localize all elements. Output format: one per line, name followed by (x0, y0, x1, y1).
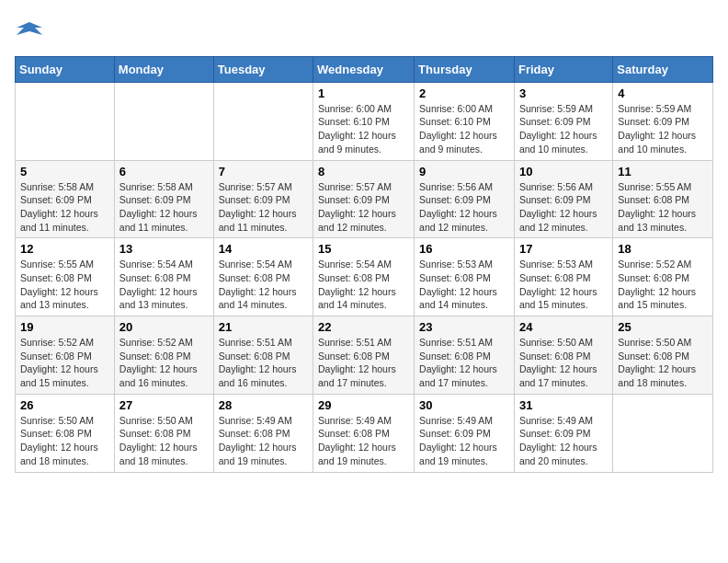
day-number: 15 (318, 242, 409, 256)
day-info: Sunrise: 5:51 AM Sunset: 6:08 PM Dayligh… (219, 336, 308, 390)
day-number: 28 (219, 398, 308, 412)
weekday-header: Monday (114, 56, 213, 82)
calendar-cell: 30Sunrise: 5:49 AM Sunset: 6:09 PM Dayli… (415, 394, 515, 472)
day-number: 11 (618, 165, 708, 178)
day-number: 22 (318, 320, 409, 334)
day-info: Sunrise: 5:58 AM Sunset: 6:09 PM Dayligh… (119, 180, 209, 235)
calendar-cell: 28Sunrise: 5:49 AM Sunset: 6:08 PM Dayli… (213, 394, 313, 472)
calendar-cell: 16Sunrise: 5:53 AM Sunset: 6:08 PM Dayli… (415, 238, 515, 316)
calendar-week-row: 19Sunrise: 5:52 AM Sunset: 6:08 PM Dayli… (16, 316, 713, 395)
calendar-cell: 26Sunrise: 5:50 AM Sunset: 6:08 PM Dayli… (16, 394, 115, 472)
day-number: 6 (119, 165, 209, 178)
calendar-cell: 18Sunrise: 5:52 AM Sunset: 6:08 PM Dayli… (613, 238, 713, 316)
calendar-cell: 6Sunrise: 5:58 AM Sunset: 6:09 PM Daylig… (114, 160, 213, 238)
day-info: Sunrise: 6:00 AM Sunset: 6:10 PM Dayligh… (318, 102, 409, 156)
day-number: 10 (519, 165, 608, 178)
day-number: 25 (618, 320, 708, 334)
day-info: Sunrise: 6:00 AM Sunset: 6:10 PM Dayligh… (419, 102, 509, 156)
day-info: Sunrise: 5:54 AM Sunset: 6:08 PM Dayligh… (119, 258, 209, 312)
calendar-cell (613, 394, 713, 472)
day-number: 5 (20, 165, 109, 178)
calendar-cell (114, 82, 213, 160)
calendar-cell: 5Sunrise: 5:58 AM Sunset: 6:09 PM Daylig… (16, 160, 115, 238)
day-info: Sunrise: 5:57 AM Sunset: 6:09 PM Dayligh… (318, 180, 409, 235)
calendar-cell: 25Sunrise: 5:50 AM Sunset: 6:08 PM Dayli… (613, 316, 713, 395)
calendar-cell: 2Sunrise: 6:00 AM Sunset: 6:10 PM Daylig… (415, 82, 515, 160)
calendar-cell (16, 82, 115, 160)
calendar-week-row: 1Sunrise: 6:00 AM Sunset: 6:10 PM Daylig… (16, 82, 713, 160)
weekday-header: Wednesday (313, 56, 415, 82)
weekday-header: Friday (514, 56, 612, 82)
day-number: 13 (119, 242, 209, 256)
day-number: 2 (419, 86, 509, 100)
calendar-cell: 12Sunrise: 5:55 AM Sunset: 6:08 PM Dayli… (16, 238, 115, 316)
day-info: Sunrise: 5:50 AM Sunset: 6:08 PM Dayligh… (119, 414, 209, 468)
calendar-cell: 14Sunrise: 5:54 AM Sunset: 6:08 PM Dayli… (213, 238, 313, 316)
weekday-header: Tuesday (213, 56, 313, 82)
day-info: Sunrise: 5:53 AM Sunset: 6:08 PM Dayligh… (419, 258, 509, 312)
day-number: 3 (519, 86, 608, 100)
calendar-week-row: 26Sunrise: 5:50 AM Sunset: 6:08 PM Dayli… (16, 394, 713, 472)
calendar-cell: 15Sunrise: 5:54 AM Sunset: 6:08 PM Dayli… (313, 238, 415, 316)
day-number: 21 (219, 320, 308, 334)
calendar-cell: 20Sunrise: 5:52 AM Sunset: 6:08 PM Dayli… (114, 316, 213, 395)
day-number: 31 (519, 398, 608, 412)
day-info: Sunrise: 5:52 AM Sunset: 6:08 PM Dayligh… (119, 336, 209, 390)
weekday-header: Saturday (613, 56, 713, 82)
day-info: Sunrise: 5:54 AM Sunset: 6:08 PM Dayligh… (318, 258, 409, 312)
day-info: Sunrise: 5:52 AM Sunset: 6:08 PM Dayligh… (618, 258, 708, 312)
day-number: 16 (419, 242, 509, 256)
day-info: Sunrise: 5:53 AM Sunset: 6:08 PM Dayligh… (519, 258, 608, 312)
calendar-cell (213, 82, 313, 160)
day-number: 23 (419, 320, 509, 334)
calendar-cell: 4Sunrise: 5:59 AM Sunset: 6:09 PM Daylig… (613, 82, 713, 160)
calendar-cell: 29Sunrise: 5:49 AM Sunset: 6:08 PM Dayli… (313, 394, 415, 472)
day-info: Sunrise: 5:59 AM Sunset: 6:09 PM Dayligh… (519, 102, 608, 156)
day-info: Sunrise: 5:49 AM Sunset: 6:08 PM Dayligh… (219, 414, 308, 468)
weekday-header-row: SundayMondayTuesdayWednesdayThursdayFrid… (16, 56, 713, 82)
calendar-cell: 9Sunrise: 5:56 AM Sunset: 6:09 PM Daylig… (415, 160, 515, 238)
calendar-cell: 8Sunrise: 5:57 AM Sunset: 6:09 PM Daylig… (313, 160, 415, 238)
calendar-cell: 22Sunrise: 5:51 AM Sunset: 6:08 PM Dayli… (313, 316, 415, 395)
calendar-cell: 23Sunrise: 5:51 AM Sunset: 6:08 PM Dayli… (415, 316, 515, 395)
day-number: 19 (20, 320, 109, 334)
day-number: 8 (318, 165, 409, 178)
day-info: Sunrise: 5:56 AM Sunset: 6:09 PM Dayligh… (519, 180, 608, 235)
calendar-cell: 24Sunrise: 5:50 AM Sunset: 6:08 PM Dayli… (514, 316, 612, 395)
calendar-cell: 13Sunrise: 5:54 AM Sunset: 6:08 PM Dayli… (114, 238, 213, 316)
calendar-cell: 31Sunrise: 5:49 AM Sunset: 6:09 PM Dayli… (514, 394, 612, 472)
day-info: Sunrise: 5:49 AM Sunset: 6:09 PM Dayligh… (419, 414, 509, 468)
day-info: Sunrise: 5:49 AM Sunset: 6:08 PM Dayligh… (318, 414, 409, 468)
day-number: 12 (20, 242, 109, 256)
day-number: 4 (618, 86, 708, 100)
day-info: Sunrise: 5:59 AM Sunset: 6:09 PM Dayligh… (618, 102, 708, 156)
day-number: 24 (519, 320, 608, 334)
day-number: 27 (119, 398, 209, 412)
calendar-cell: 10Sunrise: 5:56 AM Sunset: 6:09 PM Dayli… (514, 160, 612, 238)
day-info: Sunrise: 5:57 AM Sunset: 6:09 PM Dayligh… (219, 180, 308, 235)
day-number: 29 (318, 398, 409, 412)
calendar-cell: 11Sunrise: 5:55 AM Sunset: 6:08 PM Dayli… (613, 160, 713, 238)
day-number: 14 (219, 242, 308, 256)
weekday-header: Thursday (415, 56, 515, 82)
day-number: 18 (618, 242, 708, 256)
day-info: Sunrise: 5:55 AM Sunset: 6:08 PM Dayligh… (20, 258, 109, 312)
day-info: Sunrise: 5:49 AM Sunset: 6:09 PM Dayligh… (519, 414, 608, 468)
day-info: Sunrise: 5:51 AM Sunset: 6:08 PM Dayligh… (318, 336, 409, 390)
day-info: Sunrise: 5:50 AM Sunset: 6:08 PM Dayligh… (20, 414, 109, 468)
day-info: Sunrise: 5:56 AM Sunset: 6:09 PM Dayligh… (419, 180, 509, 235)
day-info: Sunrise: 5:51 AM Sunset: 6:08 PM Dayligh… (419, 336, 509, 390)
day-info: Sunrise: 5:52 AM Sunset: 6:08 PM Dayligh… (20, 336, 109, 390)
day-number: 9 (419, 165, 509, 178)
day-number: 30 (419, 398, 509, 412)
logo-bird-icon (17, 18, 42, 44)
day-info: Sunrise: 5:55 AM Sunset: 6:08 PM Dayligh… (618, 180, 708, 235)
calendar-cell: 21Sunrise: 5:51 AM Sunset: 6:08 PM Dayli… (213, 316, 313, 395)
calendar-cell: 27Sunrise: 5:50 AM Sunset: 6:08 PM Dayli… (114, 394, 213, 472)
day-number: 17 (519, 242, 608, 256)
weekday-header: Sunday (16, 56, 115, 82)
day-info: Sunrise: 5:50 AM Sunset: 6:08 PM Dayligh… (618, 336, 708, 390)
calendar-week-row: 5Sunrise: 5:58 AM Sunset: 6:09 PM Daylig… (16, 160, 713, 238)
logo (15, 18, 42, 49)
calendar-table: SundayMondayTuesdayWednesdayThursdayFrid… (15, 56, 713, 473)
